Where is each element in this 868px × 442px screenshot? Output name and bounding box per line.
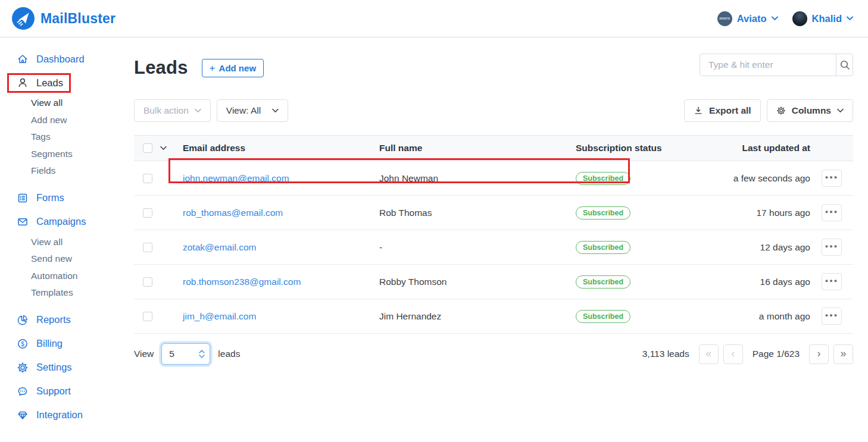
sidebar-subitem-leads-segments[interactable]: Segments <box>0 146 134 163</box>
row-checkbox[interactable] <box>143 243 152 252</box>
gem-icon <box>17 409 29 421</box>
sidebar-subitem-campaigns-send-new[interactable]: Send new <box>0 250 134 268</box>
sidebar-item-label: Billing <box>36 338 63 349</box>
account-avatar: AVIATO <box>717 11 732 26</box>
chevron-down-icon <box>272 108 279 113</box>
add-new-label: Add new <box>219 63 257 73</box>
row-checkbox[interactable] <box>143 208 152 218</box>
last-updated-text: 17 hours ago <box>713 208 810 218</box>
toolbar-right: Export all Columns <box>684 99 853 122</box>
brand-logo[interactable]: MailBluster <box>12 7 115 30</box>
search-input[interactable] <box>700 54 836 76</box>
first-page-button[interactable]: « <box>699 344 719 364</box>
row-actions-button[interactable]: ●●● <box>822 204 842 221</box>
plus-icon: + <box>210 63 216 73</box>
chevron-down-icon <box>847 16 853 21</box>
page-title: Leads <box>134 57 188 79</box>
next-page-button[interactable]: › <box>809 344 829 364</box>
row-checkbox[interactable] <box>143 277 152 287</box>
row-actions-button[interactable]: ●●● <box>822 308 842 325</box>
prev-page-button[interactable]: ‹ <box>723 344 743 364</box>
columns-button[interactable]: Columns <box>767 99 853 122</box>
add-new-button[interactable]: + Add new <box>202 59 264 77</box>
sidebar-subitem-campaigns-view-all[interactable]: View all <box>0 234 134 251</box>
subscription-status-badge: Subscribed <box>576 241 630 254</box>
leads-unit-label: leads <box>218 349 240 359</box>
toolbar: Bulk action View: All Export all <box>134 99 853 122</box>
dollar-circle-icon: $ <box>17 338 29 350</box>
bulk-action-label: Bulk action <box>143 105 189 116</box>
table-row: jim_h@email.com Jim Hernandez Subscribed… <box>134 299 853 334</box>
lead-full-name: John Newman <box>379 173 576 184</box>
column-header-email: Email address <box>183 143 379 153</box>
view-filter-button[interactable]: View: All <box>217 99 288 122</box>
gear-icon <box>776 106 786 115</box>
sidebar-item-label: Forms <box>36 192 64 203</box>
sidebar-subitem-leads-fields[interactable]: Fields <box>0 162 134 180</box>
export-all-label: Export all <box>709 105 751 116</box>
page-indicator: Page 1/623 <box>753 349 800 359</box>
sidebar-item-billing[interactable]: $ Billing <box>0 332 134 356</box>
sidebar-item-leads[interactable]: Leads <box>0 71 134 95</box>
last-page-button[interactable]: » <box>833 344 853 364</box>
sidebar-item-label: Integration <box>36 409 83 421</box>
sidebar-item-campaigns[interactable]: Campaigns <box>0 210 134 234</box>
lead-full-name: - <box>379 242 576 253</box>
columns-label: Columns <box>792 105 831 116</box>
row-actions-button[interactable]: ●●● <box>822 239 842 256</box>
lead-email-link[interactable]: rob_thomas@email.com <box>183 208 283 218</box>
sidebar-subitem-leads-add-new[interactable]: Add new <box>0 112 134 129</box>
select-all-checkbox[interactable] <box>143 143 152 153</box>
per-page-stepper[interactable] <box>199 350 205 358</box>
sidebar-subitem-campaigns-templates[interactable]: Templates <box>0 284 134 302</box>
pagination: 3,113 leads « ‹ Page 1/623 › » <box>642 344 853 364</box>
more-options-icon: ●●● <box>825 313 838 318</box>
export-all-button[interactable]: Export all <box>684 99 761 122</box>
sidebar-subitem-leads-view-all[interactable]: View all <box>0 95 134 112</box>
total-leads-count: 3,113 leads <box>642 349 689 359</box>
row-actions-button[interactable]: ●●● <box>822 273 842 290</box>
search-button[interactable] <box>836 54 853 76</box>
last-updated-text: 16 days ago <box>713 277 810 287</box>
subscription-status-badge: Subscribed <box>576 206 630 220</box>
row-checkbox[interactable] <box>143 312 152 321</box>
last-updated-text: a few seconds ago <box>713 173 810 184</box>
account-switcher[interactable]: AVIATO Aviato <box>717 11 778 26</box>
lead-email-link[interactable]: jim_h@email.com <box>183 311 256 322</box>
last-updated-text: 12 days ago <box>713 242 810 253</box>
sidebar-item-settings[interactable]: Settings <box>0 356 134 380</box>
subscription-status-badge: Subscribed <box>576 275 630 289</box>
gear-icon <box>17 362 29 374</box>
column-header-full-name: Full name <box>379 143 576 153</box>
row-checkbox[interactable] <box>143 174 152 183</box>
form-list-icon <box>17 192 29 204</box>
row-actions-button[interactable]: ●●● <box>822 170 842 187</box>
sidebar-subitem-campaigns-automation[interactable]: Automation <box>0 268 134 285</box>
table-row: zotak@email.com - Subscribed 12 days ago… <box>134 230 853 265</box>
chevron-down-icon[interactable] <box>160 146 167 151</box>
sidebar-item-reports[interactable]: Reports <box>0 308 134 332</box>
bulk-action-button[interactable]: Bulk action <box>134 99 211 122</box>
table-header-row: Email address Full name Subscription sta… <box>134 135 853 161</box>
lead-full-name: Rob Thomas <box>379 208 576 218</box>
sidebar-item-integration[interactable]: Integration <box>0 403 134 427</box>
sidebar: Dashboard Leads View all Add new Tags Se… <box>0 37 134 427</box>
account-name: Aviato <box>737 13 767 24</box>
lead-email-link[interactable]: john.newman@email.com <box>183 173 289 184</box>
pie-chart-icon <box>17 314 29 326</box>
chevron-down-icon <box>195 108 201 113</box>
list-footer: View leads 3,113 leads « ‹ Page 1/623 › … <box>134 343 853 365</box>
chat-bubble-icon <box>17 385 29 397</box>
user-avatar <box>792 11 807 26</box>
sidebar-item-label: Reports <box>36 314 71 325</box>
sidebar-item-label: Settings <box>36 362 72 373</box>
column-header-last-updated: Last updated at <box>713 143 810 153</box>
user-menu[interactable]: Khalid <box>792 11 853 26</box>
sidebar-item-forms[interactable]: Forms <box>0 186 134 210</box>
sidebar-item-dashboard[interactable]: Dashboard <box>0 47 134 71</box>
lead-email-link[interactable]: rob.thomson238@gmail.com <box>183 277 301 287</box>
chevron-down-icon <box>837 108 844 113</box>
sidebar-subitem-leads-tags[interactable]: Tags <box>0 128 134 146</box>
lead-email-link[interactable]: zotak@email.com <box>183 242 256 253</box>
sidebar-item-support[interactable]: Support <box>0 380 134 403</box>
